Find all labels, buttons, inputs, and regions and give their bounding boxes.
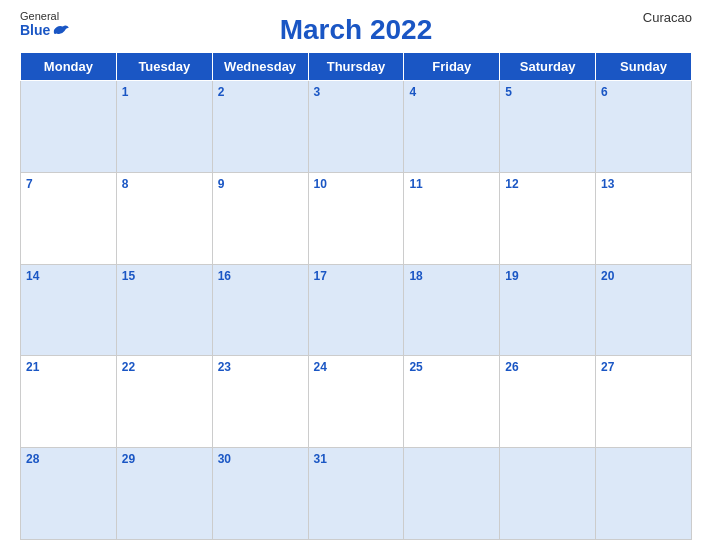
week-row-2: 78910111213 (21, 172, 692, 264)
calendar-cell: 3 (308, 81, 404, 173)
weekday-tuesday: Tuesday (116, 53, 212, 81)
week-row-5: 28293031 (21, 448, 692, 540)
calendar-cell: 11 (404, 172, 500, 264)
day-number: 8 (122, 177, 129, 191)
calendar-cell: 12 (500, 172, 596, 264)
calendar-cell: 9 (212, 172, 308, 264)
day-number: 17 (314, 269, 327, 283)
day-number: 24 (314, 360, 327, 374)
day-number: 15 (122, 269, 135, 283)
day-number: 9 (218, 177, 225, 191)
day-number: 1 (122, 85, 129, 99)
calendar-cell: 20 (596, 264, 692, 356)
weekday-monday: Monday (21, 53, 117, 81)
calendar-cell: 1 (116, 81, 212, 173)
day-number: 14 (26, 269, 39, 283)
day-number: 16 (218, 269, 231, 283)
calendar-cell: 2 (212, 81, 308, 173)
weekday-sunday: Sunday (596, 53, 692, 81)
calendar-cell: 13 (596, 172, 692, 264)
calendar-cell: 24 (308, 356, 404, 448)
day-number: 12 (505, 177, 518, 191)
day-number: 20 (601, 269, 614, 283)
calendar-cell: 7 (21, 172, 117, 264)
day-number: 11 (409, 177, 422, 191)
day-number: 23 (218, 360, 231, 374)
day-number: 22 (122, 360, 135, 374)
day-number: 29 (122, 452, 135, 466)
calendar-cell: 5 (500, 81, 596, 173)
day-number: 19 (505, 269, 518, 283)
weekday-header-row: MondayTuesdayWednesdayThursdayFridaySatu… (21, 53, 692, 81)
calendar-cell: 18 (404, 264, 500, 356)
day-number: 26 (505, 360, 518, 374)
calendar-cell (404, 448, 500, 540)
logo-general-text: General (20, 10, 59, 22)
calendar-cell: 8 (116, 172, 212, 264)
calendar-cell: 4 (404, 81, 500, 173)
calendar-cell: 10 (308, 172, 404, 264)
day-number: 31 (314, 452, 327, 466)
day-number: 28 (26, 452, 39, 466)
calendar-header: General Blue March 2022 Curacao (20, 10, 692, 46)
calendar-cell: 21 (21, 356, 117, 448)
logo-blue-text: Blue (20, 22, 70, 38)
calendar-cell: 22 (116, 356, 212, 448)
day-number: 21 (26, 360, 39, 374)
day-number: 18 (409, 269, 422, 283)
weekday-wednesday: Wednesday (212, 53, 308, 81)
day-number: 30 (218, 452, 231, 466)
calendar-cell: 14 (21, 264, 117, 356)
week-row-3: 14151617181920 (21, 264, 692, 356)
day-number: 6 (601, 85, 608, 99)
calendar-cell: 15 (116, 264, 212, 356)
weekday-saturday: Saturday (500, 53, 596, 81)
calendar-cell: 25 (404, 356, 500, 448)
day-number: 13 (601, 177, 614, 191)
day-number: 5 (505, 85, 512, 99)
logo-bird-icon (52, 23, 70, 37)
day-number: 25 (409, 360, 422, 374)
day-number: 3 (314, 85, 321, 99)
logo: General Blue (20, 10, 70, 38)
calendar-cell: 29 (116, 448, 212, 540)
day-number: 27 (601, 360, 614, 374)
calendar-cell: 26 (500, 356, 596, 448)
day-number: 4 (409, 85, 416, 99)
calendar-cell (596, 448, 692, 540)
weekday-thursday: Thursday (308, 53, 404, 81)
calendar-cell: 30 (212, 448, 308, 540)
calendar-cell: 6 (596, 81, 692, 173)
calendar-cell: 19 (500, 264, 596, 356)
calendar-cell: 27 (596, 356, 692, 448)
calendar-cell (21, 81, 117, 173)
weekday-friday: Friday (404, 53, 500, 81)
week-row-4: 21222324252627 (21, 356, 692, 448)
calendar-cell: 31 (308, 448, 404, 540)
day-number: 10 (314, 177, 327, 191)
calendar-table: MondayTuesdayWednesdayThursdayFridaySatu… (20, 52, 692, 540)
calendar-cell: 28 (21, 448, 117, 540)
calendar-title: March 2022 (280, 14, 433, 46)
calendar-cell (500, 448, 596, 540)
calendar-cell: 23 (212, 356, 308, 448)
country-label: Curacao (643, 10, 692, 25)
week-row-1: 123456 (21, 81, 692, 173)
day-number: 7 (26, 177, 33, 191)
calendar-cell: 17 (308, 264, 404, 356)
day-number: 2 (218, 85, 225, 99)
calendar-cell: 16 (212, 264, 308, 356)
